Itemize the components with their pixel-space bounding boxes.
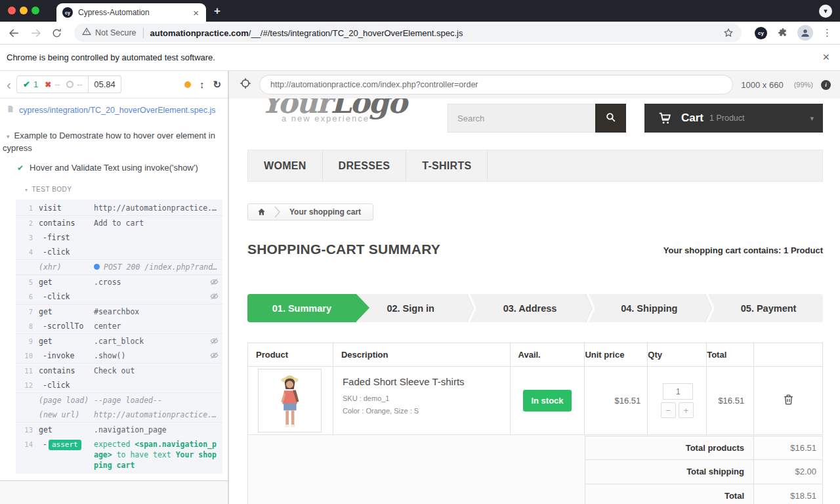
shop-logo[interactable]: YourLogo a new experience — [261, 98, 406, 123]
extensions-puzzle-icon[interactable] — [778, 28, 788, 38]
spec-file-link[interactable]: cypress/integration/TC_20_hoverOverEleme… — [19, 106, 215, 115]
rerun-tests-icon[interactable]: ↻ — [213, 79, 221, 91]
bookmark-star-icon[interactable] — [723, 28, 734, 38]
automation-banner-text: Chrome is being controlled by automated … — [7, 52, 215, 62]
new-tab-button[interactable]: + — [214, 5, 220, 18]
unit-price-cell: $16.51 — [585, 367, 648, 435]
checkout-steps: 01. Summary 02. Sign in 03. Address 04. … — [247, 294, 823, 322]
command-row-contains-checkout[interactable]: 11 contains Check out — [16, 363, 222, 378]
close-window-button[interactable] — [8, 7, 16, 14]
command-row-newurl[interactable]: (new url) http://automationpractice.… — [16, 408, 222, 422]
command-name: -click — [33, 247, 94, 257]
maximize-window-button[interactable] — [32, 7, 39, 14]
product-image[interactable] — [258, 369, 322, 432]
collapse-arrow-icon[interactable]: ▾ — [7, 133, 10, 140]
step-shipping[interactable]: 04. Shipping — [595, 294, 704, 322]
quantity-decrease-button[interactable]: − — [661, 402, 676, 418]
product-name[interactable]: Faded Short Sleeve T-shirts — [343, 376, 510, 387]
step-address[interactable]: 03. Address — [476, 294, 585, 322]
command-row-get-cross[interactable]: 5 get .cross — [16, 274, 222, 289]
search-button[interactable] — [595, 104, 626, 133]
omnibox-divider — [143, 28, 144, 38]
command-row-click[interactable]: 4 -click — [16, 245, 222, 259]
grand-total-label: Total — [585, 484, 753, 504]
failed-count: -- — [54, 80, 60, 89]
command-name: contains — [33, 366, 94, 376]
browser-tab[interactable]: cy Cypress-Automation × — [56, 3, 206, 22]
product-attributes: Color : Orange, Size : S — [343, 407, 510, 415]
back-icon[interactable] — [8, 27, 20, 39]
command-row-click[interactable]: 6 -click — [16, 289, 222, 304]
command-row-get-navigation[interactable]: 13 get .navigation_page — [16, 422, 222, 437]
total-shipping-row: Total shipping $2.00 — [585, 460, 823, 484]
command-number: 6 — [16, 291, 33, 302]
profile-chevron-icon[interactable]: ▼ — [819, 5, 832, 18]
cart-block[interactable]: Cart 1 Product ▾ — [644, 104, 823, 133]
quantity-increase-button[interactable]: + — [679, 402, 694, 418]
nav-tab-dresses[interactable]: DRESSES — [323, 150, 407, 181]
command-row-invoke[interactable]: 10 -invoke .show() — [16, 348, 222, 363]
command-name: -click — [33, 291, 94, 302]
test-title-row[interactable]: ✔Hover and Validate Text using invoke('s… — [0, 155, 228, 173]
command-name: -scrollTo — [33, 321, 94, 331]
command-name: (new url) — [33, 410, 94, 420]
banner-close-icon[interactable]: × — [822, 51, 830, 64]
command-row-get-cartblock[interactable]: 9 get .cart_block — [16, 333, 222, 348]
test-body-section[interactable]: ▾TEST BODY — [25, 186, 228, 193]
command-row-first[interactable]: 3 -first — [16, 230, 222, 245]
suite-title-row[interactable]: ▾Example to Demostrate how to hover over… — [0, 121, 228, 155]
command-number: 3 — [16, 232, 33, 243]
app-under-test: YourLogo a new experience — [229, 98, 840, 504]
suite-title: Example to Demostrate how to hover over … — [3, 131, 215, 153]
search-input[interactable] — [448, 104, 595, 133]
command-row-xhr[interactable]: (xhr) POST 200 /index.php?rand… — [16, 259, 222, 274]
step-payment[interactable]: 05. Payment — [714, 294, 823, 322]
command-name: get — [33, 306, 94, 317]
forward-icon[interactable] — [30, 27, 42, 39]
tab-close-icon[interactable]: × — [192, 8, 200, 18]
home-icon[interactable] — [248, 207, 274, 217]
browser-menu-icon[interactable]: ⋮ — [822, 27, 832, 39]
aut-url-bar[interactable]: http://automationpractice.com/index.php?… — [259, 75, 733, 94]
command-row-get-searchbox[interactable]: 7 get #searchbox — [16, 304, 222, 319]
cart-table: Product Description Avail. Unit price Qt… — [247, 343, 823, 435]
section-collapse-icon[interactable]: ▾ — [25, 187, 28, 193]
grand-total-row: Total $18.51 — [585, 484, 823, 504]
in-stock-badge: In stock — [523, 390, 571, 411]
command-row-contains[interactable]: 2 contains Add to cart — [16, 215, 222, 230]
quantity-input[interactable] — [663, 383, 693, 400]
minimize-window-button[interactable] — [20, 7, 28, 14]
command-number: 2 — [16, 218, 33, 228]
url-bar[interactable]: Not Secure automationpractice.com /__/#/… — [74, 24, 742, 42]
trash-icon[interactable] — [782, 397, 795, 408]
command-message: Add to cart — [94, 218, 219, 228]
viewport-zoom: (99%) — [794, 81, 813, 89]
profile-avatar[interactable] — [797, 25, 813, 41]
reload-icon[interactable] — [51, 28, 62, 39]
cart-contains-text: Your shopping cart contains: 1 Product — [663, 245, 823, 255]
command-number: 8 — [16, 321, 33, 331]
auto-scroll-icon[interactable]: ↕ — [200, 79, 205, 90]
aut-header: http://automationpractice.com/index.php?… — [229, 71, 840, 98]
selector-playground-icon[interactable] — [240, 77, 251, 92]
command-message: .cross — [94, 277, 205, 287]
test-body-label: TEST BODY — [32, 186, 72, 193]
command-row-visit[interactable]: 1 visit http://automationpractice.… — [16, 201, 222, 215]
browser-titlebar: cy Cypress-Automation × + ▼ — [0, 0, 840, 22]
back-to-tests-icon[interactable]: ‹ — [7, 77, 11, 91]
spec-file-row[interactable]: cypress/integration/TC_20_hoverOverEleme… — [0, 98, 228, 121]
command-row-assert[interactable]: 14 -assert expected <span.navigation_pag… — [16, 437, 222, 472]
nav-tab-women[interactable]: WOMEN — [248, 150, 323, 181]
command-row-pageload[interactable]: (page load) --page loaded-- — [16, 392, 222, 408]
command-number: 13 — [16, 425, 33, 435]
command-row-scrollto[interactable]: 8 -scrollTo center — [16, 319, 222, 333]
main-nav: WOMEN DRESSES T-SHIRTS — [247, 150, 823, 182]
command-number: 10 — [16, 350, 33, 361]
step-signin[interactable]: 02. Sign in — [356, 294, 465, 322]
cypress-extension-icon[interactable]: cy — [755, 27, 767, 39]
test-stats: ✔ 1 ✖ -- -- — [16, 75, 89, 93]
nav-tab-tshirts[interactable]: T-SHIRTS — [406, 150, 488, 181]
element-hidden-icon — [205, 291, 219, 301]
command-row-click[interactable]: 12 -click — [16, 378, 222, 392]
viewport-info-icon[interactable]: i — [821, 80, 831, 90]
